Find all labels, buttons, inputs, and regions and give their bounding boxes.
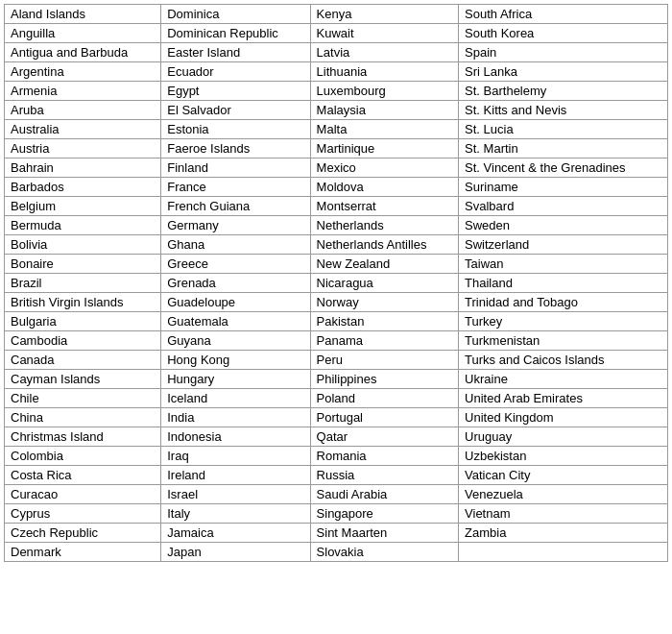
country-cell: Thailand [459,274,668,293]
country-cell: Guyana [161,331,310,351]
country-cell: Greece [161,255,310,274]
country-cell: Svalbard [459,197,668,216]
country-cell: Denmark [5,543,161,562]
country-cell: Portugal [310,408,458,427]
table-row: ArgentinaEcuadorLithuaniaSri Lanka [5,62,668,82]
country-cell: Sweden [459,216,668,235]
country-cell: Malta [310,120,458,139]
country-cell: Aruba [5,101,161,120]
country-cell: Nicaragua [310,274,458,293]
country-cell: Montserrat [310,197,458,216]
table-row: Aland IslandsDominicaKenyaSouth Africa [5,5,668,24]
country-cell: Grenada [161,274,310,293]
country-cell: Faeroe Islands [161,139,310,158]
table-row: BulgariaGuatemalaPakistanTurkey [5,312,668,331]
country-cell: Malaysia [310,101,458,120]
country-cell: Germany [161,216,310,235]
country-cell: Egypt [161,82,310,101]
table-row: Cayman IslandsHungaryPhilippinesUkraine [5,370,668,389]
country-cell: Guatemala [161,312,310,331]
country-cell: French Guiana [161,197,310,216]
country-cell: Curacao [5,485,161,504]
country-cell: Moldova [310,178,458,197]
country-cell: El Salvador [161,101,310,120]
country-cell: Finland [161,158,310,178]
table-row: ArubaEl SalvadorMalaysiaSt. Kitts and Ne… [5,101,668,120]
country-cell: United Arab Emirates [459,389,668,408]
country-cell: Dominica [161,5,310,24]
country-cell: United Kingdom [459,408,668,427]
country-cell: Luxembourg [310,82,458,101]
country-cell: Israel [161,485,310,504]
table-row: Costa RicaIrelandRussiaVatican City [5,466,668,485]
table-row: CambodiaGuyanaPanamaTurkmenistan [5,331,668,351]
table-row: Czech RepublicJamaicaSint MaartenZambia [5,524,668,543]
table-row: British Virgin IslandsGuadeloupeNorwayTr… [5,293,668,312]
country-cell: Panama [310,331,458,351]
country-cell: Bulgaria [5,312,161,331]
country-cell: Latvia [310,43,458,62]
country-cell: Singapore [310,504,458,524]
country-cell: Aland Islands [5,5,161,24]
country-cell: Romania [310,447,458,466]
country-cell: Belgium [5,197,161,216]
table-row: ColombiaIraqRomaniaUzbekistan [5,447,668,466]
country-cell: Venezuela [459,485,668,504]
country-cell: Czech Republic [5,524,161,543]
country-cell: Antigua and Barbuda [5,43,161,62]
country-cell: Suriname [459,178,668,197]
country-cell: Italy [161,504,310,524]
country-cell: Hungary [161,370,310,389]
country-cell: Ecuador [161,62,310,82]
country-cell: Australia [5,120,161,139]
country-cell: Hong Kong [161,351,310,370]
table-row: Antigua and BarbudaEaster IslandLatviaSp… [5,43,668,62]
country-cell: Turkey [459,312,668,331]
country-cell: Turkmenistan [459,331,668,351]
country-cell: Qatar [310,427,458,447]
country-cell: Vatican City [459,466,668,485]
country-cell: Bolivia [5,235,161,255]
country-cell: Ghana [161,235,310,255]
country-cell: Norway [310,293,458,312]
country-cell: India [161,408,310,427]
table-row: BahrainFinlandMexicoSt. Vincent & the Gr… [5,158,668,178]
country-cell: Brazil [5,274,161,293]
table-row: BelgiumFrench GuianaMontserratSvalbard [5,197,668,216]
country-cell: Jamaica [161,524,310,543]
country-cell: Turks and Caicos Islands [459,351,668,370]
country-cell: Ireland [161,466,310,485]
country-cell: Zambia [459,524,668,543]
table-row: CyprusItalySingaporeVietnam [5,504,668,524]
country-cell: Slovakia [310,543,458,562]
country-cell: Saudi Arabia [310,485,458,504]
country-cell: Sint Maarten [310,524,458,543]
country-cell: Cyprus [5,504,161,524]
country-cell: Uzbekistan [459,447,668,466]
country-cell: Chile [5,389,161,408]
table-row: AustriaFaeroe IslandsMartiniqueSt. Marti… [5,139,668,158]
country-cell: Sri Lanka [459,62,668,82]
table-row: CanadaHong KongPeruTurks and Caicos Isla… [5,351,668,370]
country-cell: St. Lucia [459,120,668,139]
country-cell: Spain [459,43,668,62]
country-cell: Colombia [5,447,161,466]
country-cell: Iceland [161,389,310,408]
country-cell: Cambodia [5,331,161,351]
table-row: CuracaoIsraelSaudi ArabiaVenezuela [5,485,668,504]
country-cell: Lithuania [310,62,458,82]
table-row: Christmas IslandIndonesiaQatarUruguay [5,427,668,447]
country-cell: Japan [161,543,310,562]
table-row: BermudaGermanyNetherlandsSweden [5,216,668,235]
country-cell: Christmas Island [5,427,161,447]
country-cell: Netherlands [310,216,458,235]
country-cell: Trinidad and Tobago [459,293,668,312]
country-cell: British Virgin Islands [5,293,161,312]
country-cell: Martinique [310,139,458,158]
country-cell: China [5,408,161,427]
country-cell: Bahrain [5,158,161,178]
country-cell: Argentina [5,62,161,82]
country-cell: St. Kitts and Nevis [459,101,668,120]
table-row: BonaireGreeceNew ZealandTaiwan [5,255,668,274]
country-cell: Kenya [310,5,458,24]
